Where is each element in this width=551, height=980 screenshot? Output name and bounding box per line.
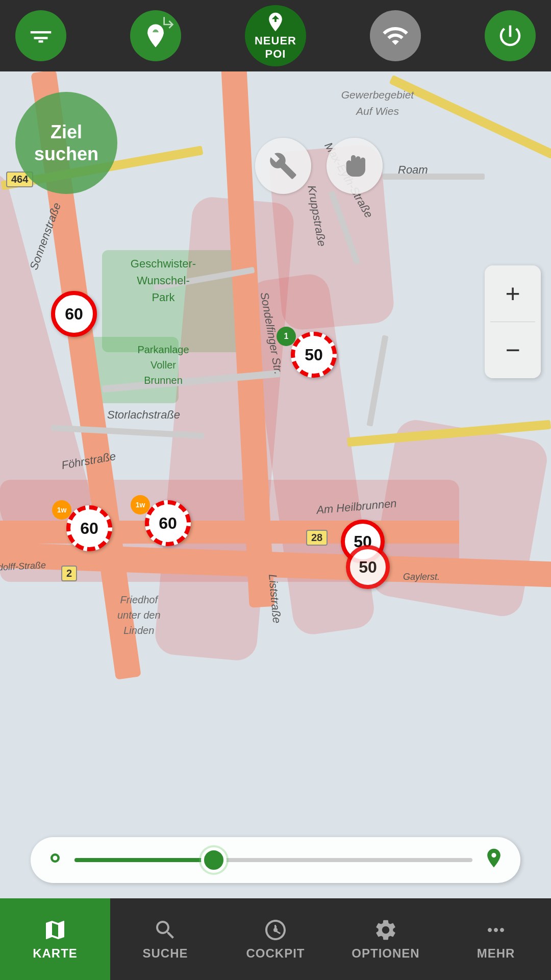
svg-point-2 bbox=[53, 856, 58, 861]
timeline-bar[interactable] bbox=[31, 837, 520, 883]
nav-label-karte: KARTE bbox=[33, 946, 78, 961]
speed-sign-50-3: 50 bbox=[346, 545, 390, 589]
timeline-track[interactable] bbox=[74, 858, 472, 862]
poi-route-button[interactable] bbox=[130, 10, 181, 61]
nav-label-suche: SUCHE bbox=[142, 946, 188, 961]
speed-sign-60-3: 60 bbox=[145, 500, 191, 546]
speed-badge-1w-1: 1w bbox=[52, 500, 71, 520]
hand-button[interactable] bbox=[327, 138, 383, 194]
label-roam: Roam bbox=[398, 163, 428, 177]
filter-button[interactable] bbox=[15, 10, 66, 61]
nav-item-cockpit[interactable]: COCKPIT bbox=[220, 898, 331, 980]
nav-label-optionen: OPTIONEN bbox=[352, 946, 419, 961]
park-text-1: Geschwister-Wunschel-Park bbox=[112, 255, 214, 306]
top-bar: NEUER POI bbox=[0, 0, 551, 71]
speed-badge-1-green: 1 bbox=[277, 327, 296, 346]
nav-item-mehr[interactable]: MEHR bbox=[441, 898, 551, 980]
wifi-button[interactable] bbox=[370, 10, 421, 61]
zoom-in-button[interactable]: + bbox=[485, 265, 541, 322]
label-friedhof: Friedhofunter denLinden bbox=[117, 592, 161, 638]
map-area[interactable]: Sonnenstraße Storlachstraße Föhrstraße S… bbox=[0, 71, 551, 898]
bottom-nav: KARTE SUCHE COCKPIT OPTIONEN MEHR bbox=[0, 898, 551, 980]
timeline-fill bbox=[74, 858, 214, 862]
ziel-suchen-button[interactable]: Zielsuchen bbox=[15, 92, 117, 194]
nav-item-suche[interactable]: SUCHE bbox=[110, 898, 220, 980]
power-button[interactable] bbox=[485, 10, 536, 61]
label-gewerbegebiet: GewerbegebietAuf Wies bbox=[327, 87, 429, 119]
label-gaylerst: Gaylerst. bbox=[403, 572, 440, 582]
road-num-2: 2 bbox=[61, 566, 77, 581]
timeline-start-icon bbox=[46, 849, 64, 871]
nav-label-cockpit: COCKPIT bbox=[246, 946, 305, 961]
label-storlachstrasse: Storlachstraße bbox=[107, 408, 180, 422]
new-poi-label: NEUER POI bbox=[245, 34, 306, 61]
zoom-out-button[interactable]: − bbox=[485, 322, 541, 378]
nav-item-optionen[interactable]: OPTIONEN bbox=[331, 898, 441, 980]
timeline-thumb[interactable] bbox=[201, 847, 227, 873]
speed-sign-50-1: 50 bbox=[291, 332, 337, 378]
speed-sign-60-2: 60 bbox=[66, 505, 112, 551]
wrench-button[interactable] bbox=[255, 138, 311, 194]
park-text-2: ParkanlageVollerBrunnen bbox=[117, 342, 209, 388]
zoom-controls: + − bbox=[485, 265, 541, 378]
nav-item-karte[interactable]: KARTE bbox=[0, 898, 110, 980]
timeline-end-icon bbox=[483, 847, 505, 874]
nav-label-mehr: MEHR bbox=[477, 946, 515, 961]
road-num-28: 28 bbox=[306, 530, 328, 546]
speed-badge-1w-2: 1w bbox=[131, 495, 150, 514]
speed-sign-60-1: 60 bbox=[51, 291, 97, 337]
ziel-suchen-label: Zielsuchen bbox=[34, 121, 98, 165]
new-poi-button[interactable]: NEUER POI bbox=[245, 5, 306, 66]
